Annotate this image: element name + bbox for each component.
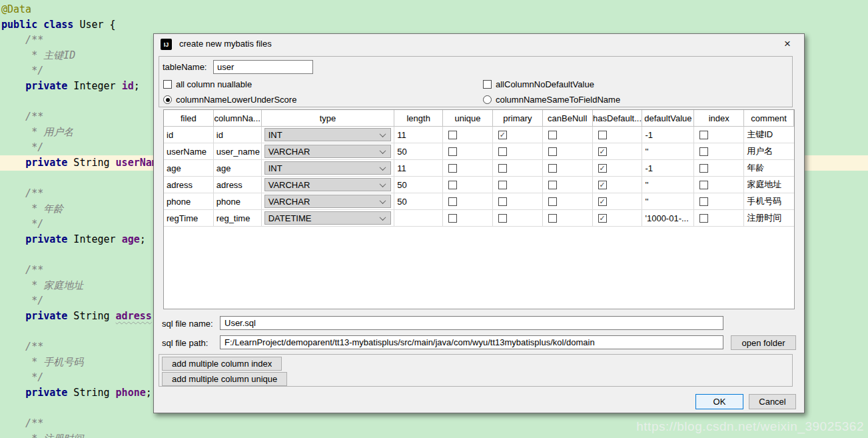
type-dropdown[interactable]: INT [264,161,392,175]
primary-checkbox[interactable] [498,214,507,223]
cell-length[interactable]: 50 [394,143,443,159]
cell-comment[interactable]: 主键ID [744,127,794,143]
cell-column_name[interactable]: adress [214,177,262,193]
cell-default_value[interactable]: '' [642,193,694,209]
dialog-titlebar[interactable]: IJ create new mybatis files × [154,34,804,54]
chevron-down-icon [380,164,386,171]
option-all-column-no-default[interactable]: allColumnNoDefaultValue [483,79,594,89]
cell-length[interactable] [394,210,443,226]
has_default-checkbox[interactable]: ✓ [598,181,607,189]
add-multiple-column-unique-button[interactable]: add multiple column unique [162,372,287,386]
index-checkbox[interactable] [699,181,708,189]
index-checkbox[interactable] [699,214,708,223]
cell-unique [443,193,493,209]
primary-checkbox[interactable] [498,164,507,173]
can_be_null-checkbox[interactable] [548,181,557,189]
cell-type: VARCHAR [262,143,395,159]
has_default-checkbox[interactable]: ✓ [598,214,607,223]
can_be_null-checkbox[interactable] [548,147,557,156]
cancel-button[interactable]: Cancel [749,394,796,409]
column-header-default_value: defaultValue [642,110,694,126]
all-column-no-default-checkbox[interactable] [483,80,492,89]
cell-default_value[interactable]: '' [642,177,694,193]
unique-checkbox[interactable] [448,197,457,206]
cell-comment[interactable]: 家庭地址 [744,177,794,193]
cell-comment[interactable]: 手机号码 [744,193,794,209]
cell-filed[interactable]: id [164,127,214,143]
cell-filed[interactable]: adress [164,177,214,193]
cell-length[interactable]: 50 [394,193,443,209]
has_default-checkbox[interactable]: ✓ [598,164,607,173]
cell-length[interactable]: 50 [394,177,443,193]
can_be_null-checkbox[interactable] [548,164,557,173]
cell-unique [443,160,493,176]
open-folder-button[interactable]: open folder [731,335,796,350]
type-dropdown-value: INT [268,163,282,173]
chevron-down-icon [380,147,386,154]
has_default-checkbox[interactable] [598,131,607,139]
table-row: phonephoneVARCHAR50✓''手机号码 [164,193,794,210]
cell-length[interactable]: 11 [394,160,443,176]
type-dropdown[interactable]: DATETIME [264,211,392,225]
cell-comment[interactable]: 用户名 [744,143,794,159]
unique-checkbox[interactable] [448,147,457,156]
column-header-filed: filed [164,110,214,126]
index-checkbox[interactable] [699,164,708,173]
cell-column_name[interactable]: reg_time [214,210,262,226]
primary-checkbox[interactable] [498,197,507,206]
unique-checkbox[interactable] [448,214,457,223]
can_be_null-checkbox[interactable] [548,131,557,139]
cell-unique [443,143,493,159]
cell-default_value[interactable]: -1 [642,160,694,176]
option-column-name-same-to-field[interactable]: columnNameSameToFieldName [483,95,620,105]
cell-primary [493,177,543,193]
has_default-checkbox[interactable]: ✓ [598,197,607,206]
cell-length[interactable]: 11 [394,127,443,143]
index-checkbox[interactable] [699,197,708,206]
cell-comment[interactable]: 年龄 [744,160,794,176]
cell-default_value[interactable]: -1 [642,127,694,143]
cell-index [694,193,744,209]
unique-checkbox[interactable] [448,131,457,139]
index-checkbox[interactable] [699,147,708,156]
sql-file-name-input[interactable] [220,316,723,330]
all-column-nullable-checkbox[interactable] [163,80,172,89]
can_be_null-checkbox[interactable] [548,214,557,223]
tablename-input[interactable] [213,60,313,74]
primary-checkbox[interactable] [498,147,507,156]
option-column-name-lower-under[interactable]: columnNameLowerUnderScore [163,95,296,105]
primary-checkbox[interactable]: ✓ [498,131,507,139]
cell-column_name[interactable]: age [214,160,262,176]
cell-filed[interactable]: userName [164,143,214,159]
cell-comment[interactable]: 注册时间 [744,210,794,226]
cell-column_name[interactable]: id [214,127,262,143]
cell-type: INT [262,160,395,176]
cell-index [694,127,744,143]
cell-filed[interactable]: regTime [164,210,214,226]
cell-column_name[interactable]: phone [214,193,262,209]
close-icon[interactable]: × [780,37,795,51]
all-column-nullable-label: all column nuallable [176,79,252,89]
column-name-same-to-field-radio[interactable] [483,95,492,104]
unique-checkbox[interactable] [448,164,457,173]
cell-default_value[interactable]: '' [642,143,694,159]
cell-default_value[interactable]: '1000-01-... [642,210,694,226]
ok-button[interactable]: OK [695,394,743,409]
can_be_null-checkbox[interactable] [548,197,557,206]
type-dropdown[interactable]: VARCHAR [264,145,392,158]
cell-column_name[interactable]: user_name [214,143,262,159]
primary-checkbox[interactable] [498,181,507,189]
type-dropdown[interactable]: VARCHAR [264,195,392,208]
chevron-down-icon [380,197,386,204]
add-multiple-column-index-button[interactable]: add multiple column index [162,357,282,371]
cell-filed[interactable]: phone [164,193,214,209]
has_default-checkbox[interactable]: ✓ [598,147,607,156]
cell-filed[interactable]: age [164,160,214,176]
option-all-column-nullable[interactable]: all column nuallable [163,79,252,89]
unique-checkbox[interactable] [448,181,457,189]
type-dropdown[interactable]: INT [264,128,392,141]
column-name-lower-under-radio[interactable] [163,95,172,104]
sql-file-path-input[interactable] [220,335,723,349]
index-checkbox[interactable] [699,131,708,139]
type-dropdown[interactable]: VARCHAR [264,178,392,191]
